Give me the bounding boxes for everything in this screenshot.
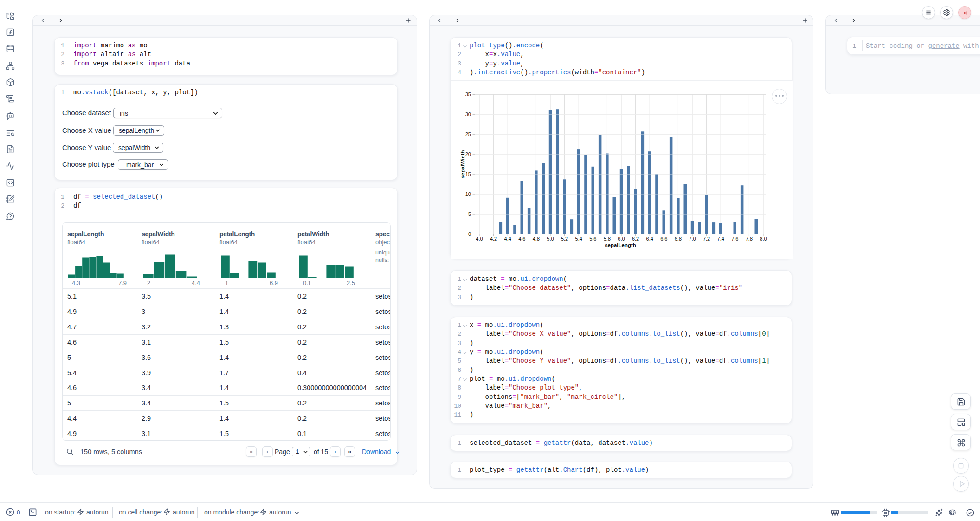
svg-text:5.4: 5.4 <box>575 236 582 241</box>
svg-text:5.2: 5.2 <box>561 236 568 241</box>
svg-text:25: 25 <box>465 131 471 137</box>
svg-text:4.0: 4.0 <box>476 236 483 241</box>
svg-text:7.2: 7.2 <box>703 236 710 241</box>
svg-text:8.0: 8.0 <box>760 236 767 241</box>
svg-text:4.6: 4.6 <box>518 236 525 241</box>
svg-text:5: 5 <box>468 211 471 217</box>
svg-text:6.0: 6.0 <box>618 236 625 241</box>
svg-text:7.0: 7.0 <box>689 236 696 241</box>
svg-text:sepalWidth: sepalWidth <box>460 150 465 178</box>
svg-text:4.8: 4.8 <box>533 236 540 241</box>
svg-text:5.0: 5.0 <box>547 236 554 241</box>
svg-text:7.8: 7.8 <box>746 236 753 241</box>
svg-text:4.4: 4.4 <box>504 236 511 241</box>
svg-text:30: 30 <box>465 111 471 117</box>
svg-text:6.4: 6.4 <box>646 236 653 241</box>
svg-text:6.6: 6.6 <box>660 236 667 241</box>
svg-text:6.2: 6.2 <box>632 236 639 241</box>
svg-text:20: 20 <box>465 151 471 157</box>
svg-text:5.6: 5.6 <box>589 236 596 241</box>
svg-text:7.6: 7.6 <box>731 236 738 241</box>
svg-text:10: 10 <box>465 191 471 197</box>
svg-text:15: 15 <box>465 171 471 177</box>
svg-text:5.8: 5.8 <box>604 236 611 241</box>
svg-text:4.2: 4.2 <box>490 236 497 241</box>
svg-text:sepalLength: sepalLength <box>605 242 636 248</box>
svg-text:35: 35 <box>465 91 471 97</box>
svg-text:7.4: 7.4 <box>717 236 724 241</box>
svg-text:6.8: 6.8 <box>675 236 682 241</box>
svg-text:0: 0 <box>468 231 471 237</box>
